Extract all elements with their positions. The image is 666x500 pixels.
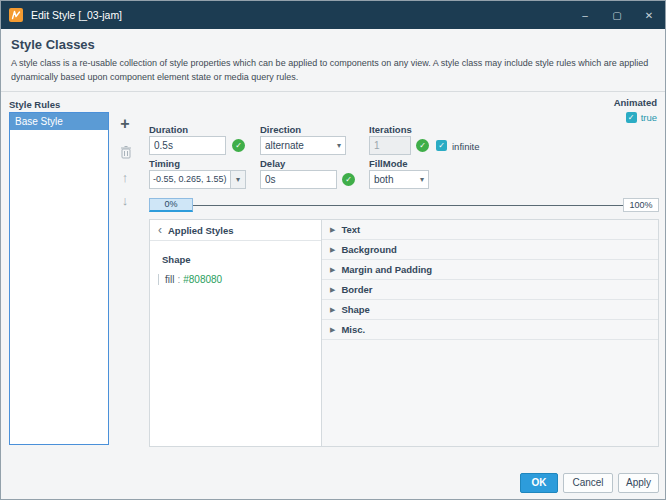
category-label: Misc. [341,324,365,335]
chevron-down-icon: ▾ [337,141,341,150]
delay-valid-icon: ✓ [342,173,355,186]
property-separator: : [177,274,180,285]
header-divider [1,91,665,92]
fillmode-value: both [374,174,393,185]
fillmode-label: FillMode [369,158,408,169]
style-categories-pane: ▶ Text ▶ Background ▶ Margin and Padding… [322,220,658,446]
fillmode-select[interactable]: both ▾ [369,170,429,189]
animated-checkbox[interactable]: ✓ [626,112,637,123]
chevron-down-icon: ▾ [236,175,240,184]
property-name: fill [165,274,174,285]
iterations-label: Iterations [369,124,412,135]
edit-style-dialog: Edit Style [_03-jam] – ▢ ✕ Style Classes… [0,0,666,500]
animated-label: Animated [614,97,657,108]
applied-styles-pane: ‹ Applied Styles Shape fill:#808080 [150,220,322,446]
category-shape[interactable]: ▶ Shape [322,300,658,320]
collapsed-arrow-icon: ▶ [330,306,335,314]
category-background[interactable]: ▶ Background [322,240,658,260]
infinite-checkbox[interactable]: ✓ [436,140,447,151]
applied-group-label: Shape [162,254,321,265]
description-text: A style class is a re-usable collection … [11,57,661,85]
timeline-track[interactable] [193,205,623,206]
category-label: Border [341,284,372,295]
styles-panel: ‹ Applied Styles Shape fill:#808080 ▶ Te… [149,219,659,447]
category-margin-padding[interactable]: ▶ Margin and Padding [322,260,658,280]
titlebar[interactable]: Edit Style [_03-jam] – ▢ ✕ [1,1,665,29]
back-chevron-icon[interactable]: ‹ [158,224,162,236]
style-rules-label: Style Rules [9,99,60,110]
category-text[interactable]: ▶ Text [322,220,658,240]
category-label: Text [341,224,360,235]
collapsed-arrow-icon: ▶ [330,226,335,234]
timing-value: -0.55, 0.265, 1.55) [150,171,230,188]
maximize-button[interactable]: ▢ [601,1,633,29]
app-icon [9,8,23,22]
cancel-button[interactable]: Cancel [563,473,613,493]
close-button[interactable]: ✕ [633,1,665,29]
category-misc[interactable]: ▶ Misc. [322,320,658,340]
collapsed-arrow-icon: ▶ [330,266,335,274]
timeline-end-stop[interactable]: 100% [623,198,659,212]
direction-value: alternate [265,140,304,151]
chevron-down-icon: ▾ [420,175,424,184]
collapsed-arrow-icon: ▶ [330,326,335,334]
timing-dropdown-button[interactable]: ▾ [230,171,245,188]
move-down-button[interactable]: ↓ [116,191,134,209]
style-property-row[interactable]: fill:#808080 [158,274,321,285]
delete-rule-button[interactable] [117,143,135,161]
page-title: Style Classes [11,37,95,52]
collapsed-arrow-icon: ▶ [330,246,335,254]
apply-button[interactable]: Apply [618,473,659,493]
duration-valid-icon: ✓ [232,139,245,152]
category-border[interactable]: ▶ Border [322,280,658,300]
collapsed-arrow-icon: ▶ [330,286,335,294]
infinite-label: infinite [452,141,479,152]
duration-label: Duration [149,124,188,135]
applied-styles-header: ‹ Applied Styles [150,220,321,241]
applied-styles-title: Applied Styles [168,225,233,236]
window-controls: – ▢ ✕ [569,1,665,29]
window-title: Edit Style [_03-jam] [31,9,122,21]
property-value: #808080 [183,274,222,285]
move-up-button[interactable]: ↑ [116,168,134,186]
delay-label: Delay [260,158,285,169]
category-label: Background [341,244,396,255]
category-label: Margin and Padding [341,264,432,275]
style-rules-listbox[interactable]: Base Style [9,112,109,445]
animated-value: true [641,112,657,123]
direction-select[interactable]: alternate ▾ [260,136,346,155]
timing-combo[interactable]: -0.55, 0.265, 1.55) ▾ [149,170,246,189]
direction-label: Direction [260,124,301,135]
category-label: Shape [341,304,370,315]
iterations-input [369,136,411,155]
delay-input[interactable] [260,170,337,189]
iterations-valid-icon: ✓ [416,139,429,152]
timing-label: Timing [149,158,180,169]
animated-row: ✓ true [626,112,657,123]
ok-button[interactable]: OK [520,473,558,493]
timeline-start-stop[interactable]: 0% [149,198,193,212]
minimize-button[interactable]: – [569,1,601,29]
duration-input[interactable] [149,136,226,155]
add-rule-button[interactable]: + [116,115,134,133]
style-rule-item-base-style[interactable]: Base Style [10,113,108,130]
